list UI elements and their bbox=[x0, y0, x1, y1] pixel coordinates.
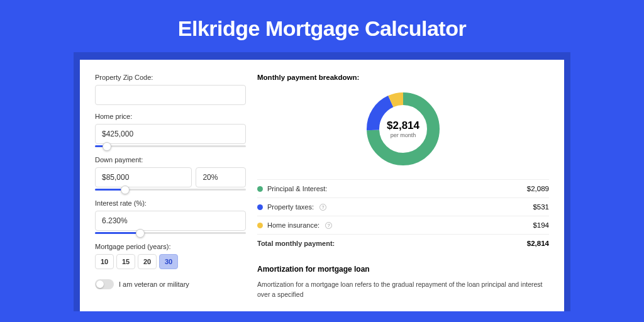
donut-sub: per month bbox=[391, 132, 416, 138]
home-price-input[interactable] bbox=[95, 124, 246, 144]
donut-chart: $2,814 per month bbox=[363, 89, 443, 169]
slider-thumb[interactable] bbox=[121, 186, 130, 194]
slider-thumb[interactable] bbox=[103, 142, 111, 151]
veteran-row: I am veteran or military bbox=[95, 279, 246, 289]
info-icon[interactable]: ? bbox=[325, 222, 332, 229]
input-column: Property Zip Code: Home price: Down paym… bbox=[95, 74, 246, 297]
interest-slider[interactable] bbox=[95, 232, 246, 234]
page-title: Elkridge Mortgage Calculator bbox=[0, 0, 644, 52]
down-payment-slider[interactable] bbox=[95, 189, 246, 191]
home-price-slider[interactable] bbox=[95, 145, 246, 147]
breakdown-label: Principal & Interest: bbox=[267, 185, 327, 192]
breakdown-row: Principal & Interest:$2,089 bbox=[257, 179, 549, 197]
veteran-label: I am veteran or military bbox=[119, 280, 189, 288]
period-button-30[interactable]: 30 bbox=[159, 254, 178, 269]
period-button-15[interactable]: 15 bbox=[116, 254, 135, 269]
donut-center: $2,814 per month bbox=[363, 89, 443, 169]
breakdown-total-row: Total monthly payment: $2,814 bbox=[257, 234, 549, 252]
zip-label: Property Zip Code: bbox=[95, 74, 246, 81]
info-icon[interactable]: ? bbox=[319, 204, 326, 211]
legend-dot bbox=[257, 223, 263, 228]
zip-input[interactable] bbox=[95, 85, 246, 105]
period-button-20[interactable]: 20 bbox=[138, 254, 157, 269]
breakdown-row: Property taxes:?$531 bbox=[257, 197, 549, 216]
down-payment-input[interactable] bbox=[95, 167, 192, 187]
calculator-panel: Property Zip Code: Home price: Down paym… bbox=[74, 52, 570, 311]
total-value: $2,814 bbox=[527, 240, 549, 247]
down-payment-pct-input[interactable] bbox=[196, 167, 246, 187]
interest-group: Interest rate (%): bbox=[95, 199, 246, 234]
home-price-group: Home price: bbox=[95, 113, 246, 147]
interest-label: Interest rate (%): bbox=[95, 199, 246, 207]
calculator-card: Property Zip Code: Home price: Down paym… bbox=[80, 60, 564, 311]
home-price-label: Home price: bbox=[95, 113, 246, 120]
amortization-text: Amortization for a mortgage loan refers … bbox=[257, 280, 549, 300]
breakdown-row: Home insurance:?$194 bbox=[257, 216, 549, 234]
breakdown-label: Property taxes: bbox=[267, 203, 314, 211]
donut-chart-wrap: $2,814 per month bbox=[257, 89, 549, 169]
veteran-toggle[interactable] bbox=[95, 279, 114, 289]
breakdown-label: Home insurance: bbox=[267, 221, 319, 229]
breakdown-value: $531 bbox=[533, 203, 549, 211]
breakdown-value: $194 bbox=[533, 221, 549, 229]
slider-thumb[interactable] bbox=[136, 229, 145, 238]
legend-dot bbox=[257, 186, 263, 192]
breakdown-list: Principal & Interest:$2,089Property taxe… bbox=[257, 179, 549, 234]
down-payment-group: Down payment: bbox=[95, 156, 246, 191]
interest-input[interactable] bbox=[95, 211, 246, 231]
breakdown-column: Monthly payment breakdown: $2,814 per mo… bbox=[257, 74, 549, 297]
legend-dot bbox=[257, 204, 263, 210]
period-label: Mortgage period (years): bbox=[95, 243, 246, 250]
period-group: Mortgage period (years): 10152030 bbox=[95, 243, 246, 269]
donut-amount: $2,814 bbox=[387, 119, 419, 132]
breakdown-value: $2,089 bbox=[527, 185, 549, 192]
amortization-heading: Amortization for mortgage loan bbox=[257, 265, 549, 274]
amortization-section: Amortization for mortgage loan Amortizat… bbox=[257, 265, 549, 300]
down-payment-label: Down payment: bbox=[95, 156, 246, 164]
zip-group: Property Zip Code: bbox=[95, 74, 246, 105]
period-button-10[interactable]: 10 bbox=[95, 254, 114, 269]
total-label: Total monthly payment: bbox=[257, 240, 335, 247]
period-buttons: 10152030 bbox=[95, 254, 246, 269]
breakdown-heading: Monthly payment breakdown: bbox=[257, 74, 549, 81]
